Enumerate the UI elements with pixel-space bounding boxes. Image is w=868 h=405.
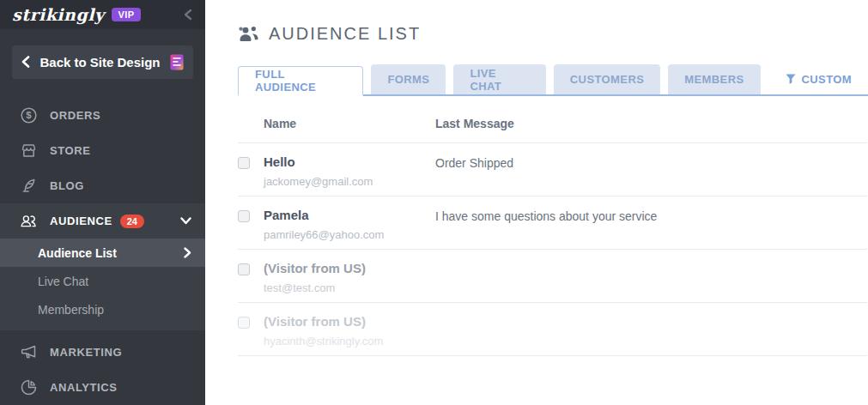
sidebar-subitem-membership[interactable]: Membership (0, 295, 205, 323)
dollar-circle-icon: $ (19, 106, 38, 124)
checkbox-column-header (238, 117, 264, 130)
last-message (435, 261, 867, 302)
audience-section: AUDIENCE 24 Audience List Live Chat (0, 203, 205, 330)
last-message: Order Shipped (435, 154, 867, 196)
sidebar-item-label: MARKETING (50, 346, 122, 359)
sidebar-item-label: STORE (50, 144, 91, 157)
people-icon (19, 212, 38, 230)
back-button-label: Back to Site Design (39, 55, 160, 70)
tab-label: CUSTOM (802, 73, 853, 86)
chevron-down-icon[interactable] (180, 217, 191, 225)
storefront-icon (19, 142, 38, 160)
quill-icon (19, 177, 38, 195)
audience-table: Name Last Message Hello jackomey@gmail.c… (238, 108, 867, 356)
contact-name[interactable]: (Visitor from US) (264, 314, 435, 329)
name-column-header: Name (264, 117, 435, 130)
submenu-label: Membership (38, 303, 104, 317)
sidebar-subitem-audience-list[interactable]: Audience List (0, 239, 205, 267)
sidebar-item-audience[interactable]: AUDIENCE 24 (0, 203, 205, 239)
sidebar-item-label: BLOG (50, 179, 84, 192)
sidebar-item-blog[interactable]: BLOG (0, 168, 205, 203)
contact-email: jackomey@gmail.com (264, 175, 435, 188)
contact-name[interactable]: Hello (264, 154, 435, 169)
contact-email: test@test.com (264, 281, 435, 294)
sidebar: strikingly VIP Back to Site Design (0, 0, 205, 405)
tab-label: CUSTOMERS (570, 73, 644, 86)
chevron-left-icon (21, 56, 30, 68)
contact-email: pamriley66@yahoo.com (264, 228, 435, 241)
row-checkbox[interactable] (238, 210, 250, 222)
audience-count-badge: 24 (120, 215, 144, 228)
last-message (435, 314, 867, 355)
row-checkbox[interactable] (238, 263, 250, 275)
main-content: AUDIENCE LIST FULL AUDIENCE FORMS LIVE C… (205, 0, 868, 405)
sidebar-item-analytics[interactable]: ANALYTICS (0, 370, 205, 405)
sidebar-item-store[interactable]: STORE (0, 133, 205, 168)
sidebar-header: strikingly VIP (0, 0, 205, 29)
row-checkbox[interactable] (238, 317, 250, 329)
contact-name[interactable]: (Visitor from US) (264, 261, 435, 275)
vip-badge: VIP (112, 8, 140, 21)
sidebar-item-label: ANALYTICS (50, 381, 118, 394)
contact-email: hyacinth@strikingly.com (264, 335, 435, 348)
table-row: (Visitor from US) test@test.com (238, 250, 867, 303)
sidebar-subitem-live-chat[interactable]: Live Chat (0, 267, 205, 295)
chevron-right-icon (184, 247, 191, 258)
collapse-sidebar-icon[interactable] (183, 9, 193, 21)
tab-live-chat[interactable]: LIVE CHAT (453, 64, 545, 94)
sidebar-item-label: ORDERS (50, 109, 100, 122)
users-group-icon (238, 25, 260, 44)
sidebar-nav: $ ORDERS STORE BLOG (0, 98, 205, 405)
tab-full-audience[interactable]: FULL AUDIENCE (238, 66, 363, 96)
tab-customers[interactable]: CUSTOMERS (554, 64, 660, 94)
audience-submenu: Audience List Live Chat Membership (0, 239, 205, 330)
megaphone-icon (19, 343, 38, 361)
pie-chart-icon (19, 378, 38, 396)
last-message: I have some questions about your service (435, 208, 867, 249)
tab-members[interactable]: MEMBERS (668, 64, 760, 94)
table-row: Hello jackomey@gmail.com Order Shipped (238, 143, 867, 196)
sidebar-item-label: AUDIENCE (50, 215, 112, 227)
submenu-label: Audience List (38, 246, 117, 260)
back-to-site-design-button[interactable]: Back to Site Design (12, 45, 193, 79)
tab-label: LIVE CHAT (470, 67, 529, 93)
funnel-icon (786, 74, 796, 85)
table-row: Pamela pamriley66@yahoo.com I have some … (238, 196, 867, 250)
submenu-label: Live Chat (38, 275, 88, 288)
svg-text:$: $ (26, 110, 32, 120)
app-window: strikingly VIP Back to Site Design (0, 0, 868, 405)
tab-forms[interactable]: FORMS (371, 64, 446, 94)
sidebar-item-marketing[interactable]: MARKETING (0, 335, 205, 370)
tab-custom[interactable]: CUSTOM (769, 64, 868, 94)
page-header: AUDIENCE LIST (238, 24, 868, 44)
tab-label: FULL AUDIENCE (255, 68, 346, 94)
row-checkbox[interactable] (238, 157, 250, 169)
sidebar-item-orders[interactable]: $ ORDERS (0, 98, 205, 133)
tab-label: FORMS (387, 73, 429, 86)
tab-label: MEMBERS (684, 73, 744, 86)
last-message-column-header: Last Message (435, 117, 867, 130)
page-title: AUDIENCE LIST (269, 24, 421, 44)
site-document-icon (170, 54, 184, 70)
table-row: (Visitor from US) hyacinth@strikingly.co… (238, 303, 867, 356)
strikingly-logo: strikingly (12, 5, 104, 24)
contact-name[interactable]: Pamela (264, 208, 435, 222)
tab-bar: FULL AUDIENCE FORMS LIVE CHAT CUSTOMERS … (238, 64, 868, 96)
table-header-row: Name Last Message (238, 108, 867, 143)
